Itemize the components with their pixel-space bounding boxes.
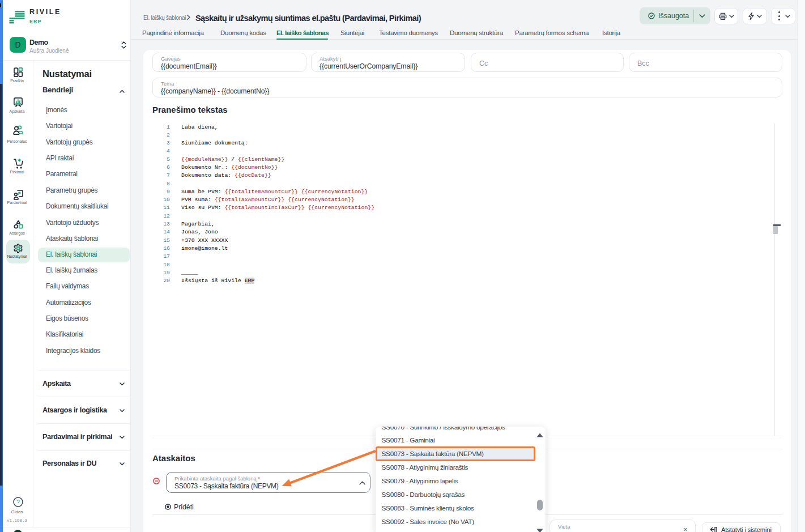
svg-text:?: ? bbox=[16, 499, 20, 505]
